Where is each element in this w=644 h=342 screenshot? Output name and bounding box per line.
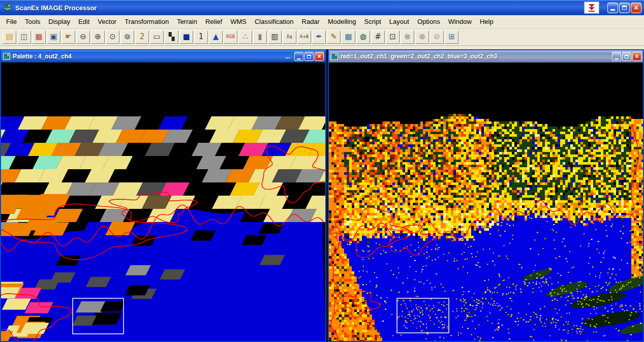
title-overflow-label: ... — [285, 53, 290, 60]
rgb-window-titlebar[interactable]: red=1_out2_ch1 green=2_out2_ch2 blue=3_o… — [329, 50, 643, 63]
georef-clear-button[interactable]: ⊘ — [430, 30, 444, 44]
double-down-arrow-icon[interactable] — [584, 2, 599, 14]
menu-bar: FileToolsDisplayEditVectorTransformation… — [0, 15, 644, 28]
menu-item-tools[interactable]: Tools — [21, 16, 44, 27]
zoom-out-icon: ⊖ — [80, 33, 86, 41]
menu-item-radar[interactable]: Radar — [298, 16, 324, 27]
georef-grid-button[interactable]: # — [371, 30, 385, 44]
duplicate-view-button[interactable]: ▥ — [268, 30, 282, 44]
menu-item-display[interactable]: Display — [44, 16, 74, 27]
globe-button[interactable]: ◍ — [356, 30, 370, 44]
color-channels-button[interactable]: ∴ — [238, 30, 252, 44]
checker-mask-button[interactable]: ▚ — [165, 30, 178, 44]
palette-window: Palette : 4_out2_ch4 ... × — [0, 49, 326, 342]
draw-pen-button[interactable]: ✎ — [327, 30, 341, 44]
zoom-actual-button[interactable]: ⊚ — [120, 30, 134, 44]
band-math-icon: A+B — [300, 35, 309, 39]
menu-item-help[interactable]: Help — [476, 16, 498, 27]
window-icon — [331, 53, 338, 60]
checker-mask-icon: ▚ — [169, 33, 175, 41]
draw-brush-button[interactable]: ✒ — [312, 30, 326, 44]
toolbar: ▤ ◫ ▦ ▣ ☛ ⊖ ⊕ ⊙ ⊚ 2 ▭ ▚ ■ 1 ▲ RGB — [0, 28, 644, 46]
frame-fill-button[interactable]: ■ — [179, 30, 193, 44]
palette-maximize-button[interactable] — [304, 52, 314, 61]
select-area-button[interactable]: ▭ — [150, 30, 164, 44]
attribute-table-button[interactable]: ▦ — [342, 30, 355, 44]
menu-item-wms[interactable]: WMS — [226, 16, 251, 27]
select-area-icon: ▭ — [153, 33, 160, 41]
menu-item-transformation[interactable]: Transformation — [120, 16, 173, 27]
rgb-close-button[interactable]: × — [632, 52, 641, 61]
palette-close-button[interactable]: × — [315, 52, 324, 61]
export-view-button[interactable]: ⊡ — [386, 30, 400, 44]
georef-auto-button[interactable]: ⊛ — [415, 30, 429, 44]
menu-item-options[interactable]: Options — [413, 16, 444, 27]
histogram-button[interactable]: ▲ — [209, 30, 223, 44]
save-button[interactable]: ◫ — [17, 30, 31, 44]
grayscale-button[interactable]: ▮ — [253, 30, 267, 44]
zoom-window-icon: ⊙ — [109, 33, 116, 41]
menu-item-edit[interactable]: Edit — [74, 16, 94, 27]
palette-window-titlebar[interactable]: Palette : 4_out2_ch4 ... × — [1, 50, 325, 63]
frame-fill-icon: ■ — [182, 33, 190, 41]
pixel-table-button[interactable]: ⊞ — [445, 30, 458, 44]
menu-item-vector[interactable]: Vector — [94, 16, 120, 27]
menu-item-script[interactable]: Script — [360, 16, 385, 27]
restore-button[interactable] — [619, 3, 630, 13]
palette-button[interactable]: ▦ — [32, 30, 46, 44]
menu-item-file[interactable]: File — [2, 16, 21, 27]
rgb-window: red=1_out2_ch1 green=2_out2_ch2 blue=3_o… — [328, 49, 644, 342]
left-image-canvas[interactable] — [1, 63, 325, 341]
attribute-table-icon: ▦ — [345, 33, 352, 41]
rgb-minimize-button[interactable] — [612, 52, 621, 61]
equalize-button[interactable]: Eq — [283, 30, 296, 44]
pixel-table-icon: ⊞ — [448, 33, 455, 41]
menu-item-layout[interactable]: Layout — [385, 16, 413, 27]
right-image-canvas[interactable] — [329, 63, 643, 341]
rgb-synthesis-icon: RGB — [226, 35, 235, 39]
pan-button[interactable]: ☛ — [62, 30, 75, 44]
zoom-in-icon: ⊕ — [95, 33, 101, 41]
open-file-icon: ▤ — [6, 33, 13, 41]
grayscale-icon: ▮ — [258, 33, 262, 41]
menu-item-relief[interactable]: Relief — [201, 16, 226, 27]
close-button[interactable]: × — [631, 3, 641, 13]
color-channels-icon: ∴ — [243, 33, 248, 41]
duplicate-view-icon: ▥ — [271, 33, 278, 41]
menu-item-classification[interactable]: Classification — [251, 16, 298, 27]
pan-icon: ☛ — [65, 33, 72, 41]
band-math-button[interactable]: A+B — [297, 30, 311, 44]
title-bar[interactable]: ScanEx IMAGE Processor × — [0, 0, 644, 15]
scale-2-button[interactable]: 2 — [135, 30, 149, 44]
display-settings-button[interactable]: ▣ — [47, 30, 60, 44]
rgb-window-title: red=1_out2_ch1 green=2_out2_ch2 blue=3_o… — [341, 53, 612, 60]
scale-2-icon: 2 — [140, 33, 145, 41]
georef-auto-icon: ⊛ — [419, 33, 425, 41]
histogram-icon: ▲ — [213, 33, 219, 41]
palette-icon: ▦ — [35, 33, 42, 41]
georef-point-button[interactable]: ⊗ — [401, 30, 414, 44]
app-icon — [3, 3, 12, 12]
save-icon: ◫ — [20, 33, 27, 41]
view-single-icon: 1 — [199, 33, 204, 41]
georef-grid-icon: # — [375, 33, 381, 41]
open-file-button[interactable]: ▤ — [3, 30, 16, 44]
zoom-out-button[interactable]: ⊖ — [76, 30, 90, 44]
window-icon — [3, 53, 10, 60]
palette-window-title: Palette : 4_out2_ch4 — [13, 53, 285, 60]
menu-item-terrain[interactable]: Terrain — [173, 16, 201, 27]
view-single-button[interactable]: 1 — [194, 30, 208, 44]
app-title: ScanEx IMAGE Processor — [15, 4, 97, 12]
app-window: ScanEx IMAGE Processor × FileToolsDispla… — [0, 0, 644, 342]
draw-brush-icon: ✒ — [316, 33, 322, 41]
draw-pen-icon: ✎ — [330, 33, 337, 41]
zoom-window-button[interactable]: ⊙ — [106, 30, 119, 44]
menu-item-modelling[interactable]: Modelling — [324, 16, 360, 27]
zoom-in-button[interactable]: ⊕ — [91, 30, 105, 44]
georef-clear-icon: ⊘ — [434, 33, 440, 41]
rgb-synthesis-button[interactable]: RGB — [224, 30, 237, 44]
palette-minimize-button[interactable] — [294, 52, 303, 61]
minimize-button[interactable] — [607, 3, 618, 13]
rgb-maximize-button[interactable] — [622, 52, 631, 61]
menu-item-window[interactable]: Window — [444, 16, 476, 27]
